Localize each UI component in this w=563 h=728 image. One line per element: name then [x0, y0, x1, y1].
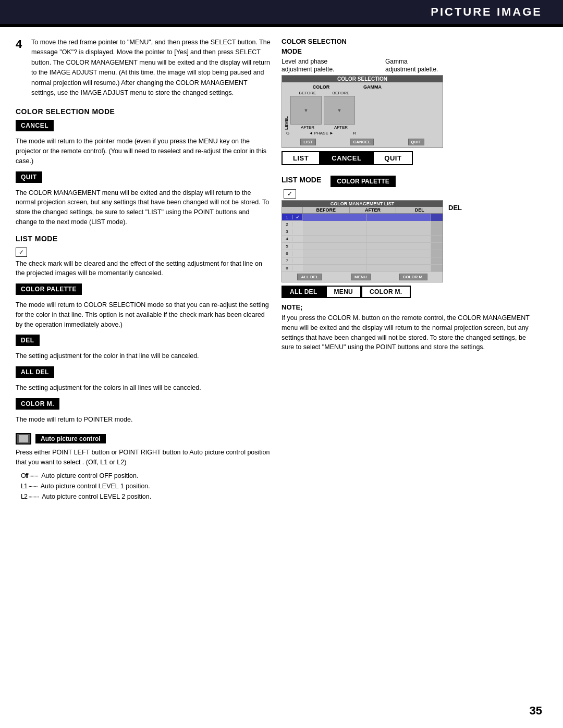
auto-picture-text: Press either POINT LEFT button or POINT … [16, 448, 271, 468]
row-del [431, 265, 443, 272]
cs-cancel-btn[interactable]: CANCEL [350, 139, 373, 145]
bullet-off: Off ······· Auto picture control OFF pos… [21, 471, 271, 481]
table-row: 2 [282, 221, 443, 228]
row-num: 7 [282, 258, 292, 263]
all-del-button[interactable]: ALL DEL [282, 286, 326, 298]
bullet-dots-off: Off ······· [21, 471, 38, 481]
row-num: 5 [282, 244, 292, 249]
del-label: DEL [16, 335, 40, 346]
list-mode-label: LIST MODE [282, 176, 321, 184]
cancel-button[interactable]: CANCEL [320, 151, 373, 165]
color-selection-ui: COLOR SELECTION COLOR LEVEL BEFORE [282, 75, 443, 148]
color-m-label: COLOR M. [16, 398, 59, 410]
bullet-dots-l2: L2 ········ [21, 491, 39, 502]
row-before [303, 221, 367, 228]
quit-text: The COLOR MANAGEMENT menu will be exited… [16, 188, 271, 227]
row-before [303, 265, 367, 272]
table-row: 6 [282, 250, 443, 257]
row-before [303, 236, 367, 242]
list-mode-right-row: LIST MODE COLOR PALETTE [282, 176, 537, 187]
right-cs-heading: COLOR SELECTION MODE [282, 38, 537, 55]
cs-heading-line2: MODE [282, 47, 537, 55]
cml-ui: COLOR MANAGEMENT LIST BEFORE AFTER DEL 1… [282, 200, 443, 282]
cancel-text: The mode will return to the pointer mode… [16, 137, 271, 166]
cml-before-col: BEFORE [303, 207, 350, 213]
cs-color-before-box: ▼ [290, 96, 322, 125]
cs-heading-line1: COLOR SELECTION [282, 38, 537, 45]
cancel-label: CANCEL [16, 120, 54, 131]
list-mode-heading: LIST MODE [16, 235, 271, 243]
all-del-box: ALL DEL [16, 366, 271, 380]
cs-level-label: LEVEL [284, 91, 289, 130]
menu-button[interactable]: MENU [326, 286, 362, 298]
cs-phase-label: ◄ PHASE ► [309, 131, 334, 135]
cml-section: ✓ COLOR MANAGEMENT LIST BEFORE AFTER DEL… [282, 189, 537, 286]
cs-buttons-row: LIST CANCEL QUIT [282, 138, 443, 147]
row-num: 4 [282, 237, 292, 241]
cs-body: COLOR LEVEL BEFORE BEFORE [282, 82, 443, 138]
del-right-label: DEL [448, 204, 462, 212]
row-before [303, 228, 367, 235]
bullet-list: Off ······· Auto picture control OFF pos… [16, 471, 271, 502]
row-after [367, 257, 431, 264]
row-num: 6 [282, 251, 292, 256]
table-row: 4 [282, 236, 443, 243]
cml-del-col: DEL [396, 207, 443, 213]
quit-button[interactable]: QUIT [373, 151, 413, 165]
checkmark-icon: ✓ [16, 248, 27, 257]
gamma-adj-label: adjustment palette. [385, 66, 438, 73]
cml-checkmark-icon: ✓ [284, 189, 296, 199]
diagram-area: Level and phase adjustment palette. Gamm… [282, 57, 537, 165]
cml-menu-btn[interactable]: MENU [351, 274, 371, 280]
table-row: 8 [282, 265, 443, 272]
page-title: PICTURE IMAGE [431, 5, 542, 18]
row-after [367, 221, 431, 228]
color-m-box: COLOR M. [16, 398, 271, 412]
left-column: 4 To move the red frame pointer to "MENU… [16, 38, 271, 502]
row-after [367, 250, 431, 257]
cs-color-col-header: COLOR [284, 84, 358, 90]
cs-quit-btn[interactable]: QUIT [408, 139, 424, 145]
color-palette-button[interactable]: COLOR PALETTE [331, 176, 395, 187]
color-selection-mode-heading: COLOR SELECTION MODE [16, 107, 271, 116]
cs-gamma-before-box: ▼ [324, 96, 355, 125]
cs-g-label: G [286, 131, 289, 135]
cs-r-label: R [353, 131, 356, 135]
color-palette-label: COLOR PALETTE [16, 283, 82, 295]
list-button[interactable]: LIST [282, 151, 320, 165]
level-phase-label: Level and phase [282, 58, 327, 65]
cml-rows: 1 ✓ 2 [282, 214, 443, 272]
checkmark-text: The check mark will be cleared and the e… [16, 259, 271, 279]
cml-colorm-btn[interactable]: COLOR M. [399, 274, 427, 280]
row-after [367, 236, 431, 242]
adj-palette-label: adjustment palette. [282, 66, 334, 73]
color-palette-box: COLOR PALETTE [16, 283, 271, 297]
cml-col-headers: BEFORE AFTER DEL [282, 207, 443, 214]
auto-picture-section: Auto picture control [16, 433, 271, 445]
cs-list-btn[interactable]: LIST [300, 139, 315, 145]
bullet-l2: L2 ········ Auto picture control LEVEL 2… [21, 491, 271, 502]
table-row: 3 [282, 228, 443, 236]
note-section: NOTE; If you press the COLOR M. button o… [282, 303, 537, 352]
cml-check-col [282, 207, 303, 213]
color-m-button[interactable]: COLOR M. [361, 286, 410, 298]
auto-picture-icon [16, 433, 31, 445]
row-check: ✓ [292, 214, 303, 220]
color-m-text: The mode will return to POINTER mode. [16, 415, 271, 425]
intro-text: To move the red frame pointer to "MENU",… [31, 38, 271, 98]
row-num: 1 [282, 215, 292, 219]
row-after [367, 243, 431, 250]
row-del [431, 228, 443, 235]
cml-check-row: ✓ [284, 189, 443, 199]
table-row: 1 ✓ [282, 214, 443, 221]
page-number: 35 [530, 704, 542, 718]
intro-section: 4 To move the red frame pointer to "MENU… [16, 38, 271, 98]
bullet-text-l2: Auto picture control LEVEL 2 position. [42, 491, 151, 502]
row-before [303, 250, 367, 257]
row-del [431, 221, 443, 228]
amc-row: ALL DEL MENU COLOR M. [282, 286, 537, 298]
bullet-l1: L1 ······· Auto picture control LEVEL 1 … [21, 481, 271, 491]
note-text: If you press the COLOR M. button on the … [282, 313, 537, 352]
cs-after-label-1: AFTER [292, 125, 323, 130]
cml-alldel-btn[interactable]: ALL DEL [297, 274, 322, 280]
